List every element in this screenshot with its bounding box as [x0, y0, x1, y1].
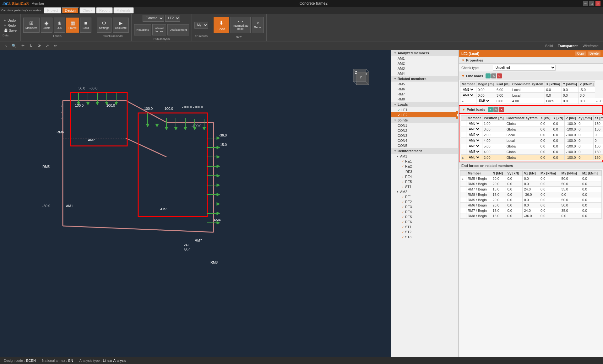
- save-button[interactable]: 💾 Save: [3, 28, 18, 33]
- tree-item-le2[interactable]: ✓ LE2 ▶: [391, 112, 458, 117]
- solid-button[interactable]: ■ Solid: [80, 18, 91, 33]
- properties-toggle[interactable]: ▼: [461, 58, 465, 62]
- ll-member-select-1[interactable]: AM4: [462, 93, 474, 97]
- pl-member-select-0[interactable]: AM3: [468, 121, 480, 126]
- pl-member-select-2[interactable]: AM2: [468, 133, 480, 137]
- tree-item-am2-re4[interactable]: ✓ RE4: [391, 209, 458, 214]
- pl-expand-0[interactable]: [461, 121, 466, 126]
- tree-item-am2-re2[interactable]: ✓ RE2: [391, 199, 458, 204]
- pan-button[interactable]: ✛: [19, 43, 26, 49]
- point-loads-add-button[interactable]: +: [488, 107, 493, 112]
- viewport[interactable]: Y X Z: [0, 50, 391, 357]
- tree-item-rm5[interactable]: RM5: [391, 82, 458, 87]
- tree-item-am2-st2[interactable]: ✓ ST2: [391, 229, 458, 234]
- load-button[interactable]: ⬇ Load: [214, 17, 229, 33]
- line-loads-edit-button[interactable]: ✎: [491, 73, 496, 78]
- intermediate-node-button[interactable]: •─• Intermediatenode: [231, 17, 251, 33]
- draw-button[interactable]: ✏: [52, 43, 59, 49]
- tree-item-am1-re2[interactable]: ✓ RE2: [391, 164, 458, 169]
- menu-report[interactable]: Report: [96, 7, 113, 13]
- tree-item-con3[interactable]: CON3: [391, 133, 458, 138]
- tree-item-am1-re1[interactable]: ✓ RE1: [391, 159, 458, 164]
- ef-expand-5[interactable]: [460, 203, 466, 208]
- check-type-select[interactable]: Undefined: [493, 65, 556, 71]
- tree-item-le1[interactable]: ✓ LE1: [391, 107, 458, 112]
- point-loads-edit-button[interactable]: ✎: [493, 107, 498, 112]
- line-loads-toggle[interactable]: ▼: [461, 74, 465, 78]
- pl-expand-3[interactable]: [461, 138, 466, 143]
- menu-project[interactable]: Project: [44, 7, 61, 13]
- copy-button[interactable]: Copy: [575, 51, 586, 56]
- ef-expand-7[interactable]: [460, 213, 466, 219]
- tree-item-rm8[interactable]: RM8: [391, 97, 458, 102]
- line-loads-delete-button[interactable]: ✕: [497, 73, 502, 78]
- point-loads-delete-button[interactable]: ✕: [499, 107, 504, 112]
- members-button[interactable]: ⊞ Members: [23, 18, 40, 33]
- reactions-button[interactable]: Reactions: [134, 24, 151, 35]
- pl-member-2[interactable]: AM2: [466, 132, 482, 138]
- tree-item-rm6[interactable]: RM6: [391, 87, 458, 92]
- tree-item-reinforcement-am2[interactable]: ▼ AM2: [391, 189, 458, 194]
- tree-item-am2-re1[interactable]: ✓ RE1: [391, 194, 458, 199]
- settings-button[interactable]: ⚙ Settings: [97, 18, 111, 33]
- pl-member-select-3[interactable]: AM2: [468, 138, 480, 142]
- extreme-dropdown[interactable]: Extreme: [143, 15, 164, 22]
- tree-item-am2-st1[interactable]: ✓ ST1: [391, 224, 458, 229]
- menu-design[interactable]: Design: [62, 7, 79, 13]
- calculate-button[interactable]: ▶ Calculate: [113, 18, 129, 33]
- internal-forces-button[interactable]: Internalforces: [152, 24, 166, 35]
- pl-expand-4[interactable]: [461, 143, 466, 149]
- ll-member-select-2[interactable]: RM8: [478, 99, 490, 103]
- tree-item-am1-re4[interactable]: ✓ RE4: [391, 174, 458, 179]
- solid-mode-button[interactable]: Solid: [543, 43, 555, 48]
- wireframe-mode-button[interactable]: Wireframe: [581, 43, 600, 48]
- lcs-button[interactable]: ⊕ LCS: [54, 18, 65, 33]
- pl-member-select-4[interactable]: AM3: [468, 144, 480, 148]
- refresh-button[interactable]: ⟳: [36, 43, 43, 49]
- pl-member-4[interactable]: AM3: [466, 143, 482, 149]
- ef-expand-2[interactable]: [460, 187, 466, 192]
- window-controls[interactable]: ─ □ ✕: [583, 1, 600, 6]
- menu-check[interactable]: Check: [79, 7, 95, 13]
- ef-expand-0[interactable]: ▶: [460, 176, 466, 181]
- analyzed-members-header[interactable]: ▼ Analyzed members: [391, 50, 458, 56]
- tree-item-am4[interactable]: AM4: [391, 71, 458, 76]
- tree-item-rm7[interactable]: RM7: [391, 92, 458, 97]
- pl-expand-1[interactable]: [461, 126, 466, 132]
- undo-button[interactable]: ↩ Undo: [3, 18, 18, 23]
- transparent-mode-button[interactable]: Transparent: [556, 43, 579, 48]
- tree-item-am3[interactable]: AM3: [391, 66, 458, 71]
- tree-item-am1-st1[interactable]: ✓ ST1: [391, 184, 458, 189]
- maximize-button[interactable]: □: [589, 1, 594, 6]
- ef-expand-3[interactable]: [460, 192, 466, 197]
- home-view-button[interactable]: ⌂: [3, 43, 8, 49]
- le2-dropdown[interactable]: LE2: [165, 15, 180, 22]
- redo-button[interactable]: ↪ Redo: [3, 23, 18, 28]
- frame-button[interactable]: ▦ Frame: [66, 18, 79, 33]
- joints-header[interactable]: ▼ Joints: [391, 117, 458, 123]
- point-loads-toggle[interactable]: ▼: [462, 108, 465, 111]
- tree-item-con4[interactable]: CON4: [391, 138, 458, 143]
- pl-member-1[interactable]: AM3: [466, 126, 482, 132]
- delete-button[interactable]: Delete: [588, 51, 600, 56]
- 3d-gizmo[interactable]: Y X Z: [350, 66, 375, 91]
- tree-item-am2-re6[interactable]: ✓ RE6: [391, 219, 458, 224]
- pl-member-select-1[interactable]: AM3: [468, 127, 480, 131]
- pl-member-5[interactable]: AM3: [466, 149, 482, 155]
- tree-item-reinforcement-am1[interactable]: ▼ AM1: [391, 154, 458, 159]
- pl-expand-2[interactable]: [461, 132, 466, 138]
- reinforcement-header[interactable]: ▼ Reinforcement: [391, 148, 458, 154]
- tree-item-con1[interactable]: CON1: [391, 123, 458, 128]
- line-loads-add-button[interactable]: +: [486, 73, 491, 78]
- ll-member-1[interactable]: AM4: [460, 93, 476, 98]
- tree-item-am2-re3[interactable]: ✓ RE3: [391, 204, 458, 209]
- pl-member-3[interactable]: AM2: [466, 138, 482, 143]
- tree-item-am1-re3[interactable]: ✓ RE3: [391, 169, 458, 174]
- pl-member-0[interactable]: AM3: [466, 121, 482, 126]
- rotate-button[interactable]: ↻: [28, 43, 35, 49]
- ll-member-select-0[interactable]: AM1: [462, 88, 474, 92]
- my-dropdown[interactable]: My: [194, 22, 208, 29]
- tree-item-am1-re5[interactable]: ✓ RE5: [391, 179, 458, 184]
- tree-item-am1[interactable]: AM1: [391, 56, 458, 61]
- close-button[interactable]: ✕: [595, 1, 600, 6]
